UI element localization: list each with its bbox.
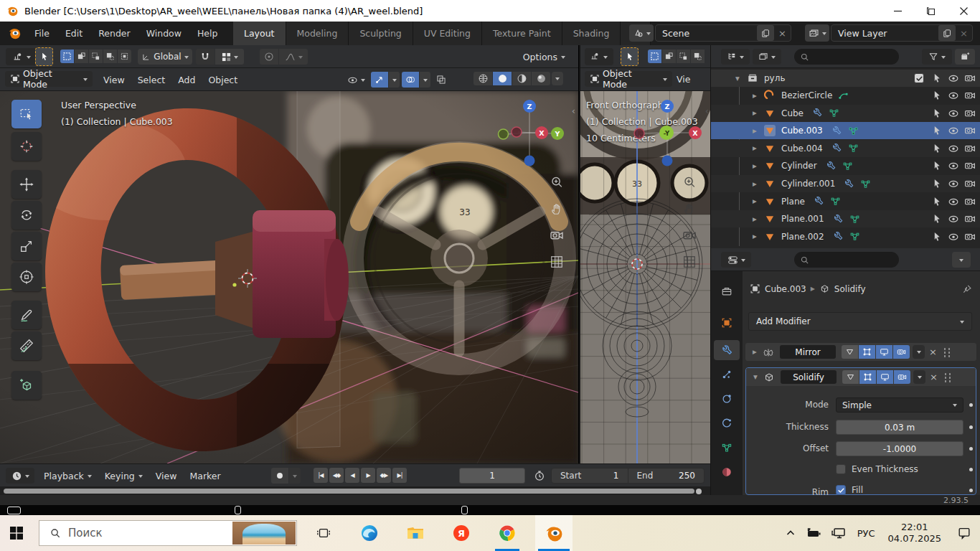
axis-neg-z-ball[interactable] xyxy=(662,156,673,166)
zoom-control[interactable] xyxy=(680,173,699,192)
show-gizmo-toggle[interactable] xyxy=(371,72,388,88)
mode-dropdown[interactable]: Object Mode xyxy=(5,71,93,87)
menu-marker[interactable]: Marker xyxy=(183,465,227,486)
pin-icon[interactable] xyxy=(962,284,972,294)
offset-field[interactable]: -1.0000 xyxy=(836,441,963,456)
axis-neg-x-ball[interactable] xyxy=(634,128,644,138)
scrollbar-knob[interactable] xyxy=(696,489,702,494)
expand-arrow-icon[interactable]: ▶ xyxy=(753,110,761,116)
toggle-realtime[interactable] xyxy=(877,370,893,384)
auto-keying-toggle[interactable] xyxy=(271,468,288,484)
properties-options-dropdown[interactable] xyxy=(952,252,971,268)
jump-to-start-button[interactable]: |◀ xyxy=(314,468,328,483)
mode-dropdown[interactable]: Simple xyxy=(836,397,963,413)
menu-keying[interactable]: Keying xyxy=(98,465,149,486)
render-toggle-icon[interactable] xyxy=(964,213,976,225)
axis-neg-x-ball[interactable] xyxy=(512,127,522,137)
taskbar-yandex[interactable]: Я xyxy=(445,515,478,551)
selectable-toggle-icon[interactable] xyxy=(931,160,943,171)
animate-dot[interactable] xyxy=(969,468,973,471)
tab-object[interactable] xyxy=(714,313,740,333)
tool-transform[interactable] xyxy=(11,263,42,291)
shading-material-button[interactable] xyxy=(512,72,531,85)
thickness-field[interactable]: 0.03 m xyxy=(836,420,963,435)
render-toggle-icon[interactable] xyxy=(964,160,976,171)
breadcrumb-object[interactable]: Cube.003 xyxy=(765,284,806,294)
outliner-item-Plane[interactable]: ▶ Plane xyxy=(711,193,980,210)
jump-to-end-button[interactable]: ▶| xyxy=(392,468,407,483)
outliner-item-Cylinder.001[interactable]: ▶ Cylinder.001 xyxy=(711,175,980,192)
search-daily-image[interactable] xyxy=(232,522,296,545)
tool-scale[interactable] xyxy=(11,232,42,260)
toggle-render[interactable] xyxy=(893,345,910,359)
object-name[interactable]: Cube.003 xyxy=(781,126,823,136)
modifier-delete-button[interactable]: × xyxy=(930,372,938,382)
modifier-solidify-header[interactable]: ▼ Solidify × xyxy=(746,368,976,386)
outliner-item-Cube.003[interactable]: ▶ Cube.003 xyxy=(711,122,980,139)
view-layer-name-field[interactable]: View Layer × xyxy=(831,24,973,42)
tab-layout[interactable]: Layout xyxy=(233,22,286,45)
tab-shading[interactable]: Shading xyxy=(562,22,621,45)
menu-add[interactable]: Add xyxy=(171,69,202,90)
tab-particles[interactable] xyxy=(714,364,740,385)
taskbar-blender-active[interactable] xyxy=(535,515,573,551)
menu-select[interactable]: Select xyxy=(131,69,172,90)
breadcrumb-modifier[interactable]: Solidify xyxy=(834,284,866,294)
gizmo-dropdown[interactable] xyxy=(389,72,400,88)
toggle-render[interactable] xyxy=(894,370,910,384)
pan-control[interactable] xyxy=(547,199,566,218)
start-frame-field[interactable]: Start 1 xyxy=(552,471,628,481)
taskbar-peek-icon[interactable] xyxy=(235,506,241,514)
hide-toggle-icon[interactable] xyxy=(948,196,959,207)
timeline-scrollbar[interactable] xyxy=(4,489,694,494)
active-tool-dropdown[interactable] xyxy=(585,48,613,65)
blender-logo-icon[interactable] xyxy=(8,27,22,40)
drag-handle-icon[interactable] xyxy=(943,372,952,382)
object-name[interactable]: Plane.001 xyxy=(781,214,824,224)
shading-rendered-button[interactable] xyxy=(532,72,550,85)
search-box[interactable]: Поиск xyxy=(39,520,297,546)
selectable-toggle-icon[interactable] xyxy=(931,231,943,242)
modifier-mirror-header[interactable]: ▶ Mirror × xyxy=(745,343,976,361)
mode-dropdown[interactable]: Object Mode xyxy=(585,71,672,87)
tray-language[interactable]: РУС xyxy=(852,528,881,539)
tab-modifiers[interactable] xyxy=(714,340,740,360)
axis-neg-y-ball[interactable] xyxy=(499,129,509,139)
minimize-button[interactable] xyxy=(881,0,914,22)
select-mode-subtract[interactable] xyxy=(89,50,103,63)
filter-type-dropdown[interactable] xyxy=(753,49,781,65)
select-mode-set[interactable] xyxy=(60,50,74,63)
play-forward-button[interactable]: ▶ xyxy=(361,468,375,483)
hide-toggle-icon[interactable] xyxy=(948,231,959,242)
modifier-delete-button[interactable]: × xyxy=(929,347,937,357)
taskbar-chrome[interactable] xyxy=(491,515,524,551)
expand-arrow-icon[interactable]: ▶ xyxy=(753,198,761,204)
scene-unlink-button[interactable]: × xyxy=(774,28,791,39)
axis-neg-z-ball[interactable] xyxy=(524,156,535,166)
show-overlays-toggle[interactable] xyxy=(402,72,419,88)
animate-dot[interactable] xyxy=(969,447,973,451)
object-name[interactable]: Plane.002 xyxy=(781,232,824,242)
outliner-item-Plane.002[interactable]: ▶ Plane.002 xyxy=(711,228,980,245)
expand-arrow-icon[interactable]: ▶ xyxy=(753,181,761,187)
hide-toggle-icon[interactable] xyxy=(948,125,959,136)
select-mode-extend[interactable] xyxy=(75,50,88,63)
collection-name[interactable]: руль xyxy=(764,73,785,83)
tab-material[interactable] xyxy=(714,462,740,482)
collection-checkbox[interactable] xyxy=(914,73,924,83)
menu-window[interactable]: Window xyxy=(138,22,189,45)
toggle-realtime[interactable] xyxy=(876,345,892,359)
navigation-gizmo[interactable]: Z X -Y xyxy=(632,99,704,171)
tray-expand-button[interactable] xyxy=(780,515,801,551)
render-toggle-icon[interactable] xyxy=(964,125,976,136)
object-visibility-dropdown[interactable] xyxy=(343,72,369,88)
expand-arrow-icon[interactable]: ▶ xyxy=(753,349,761,355)
taskbar-peek-icon[interactable] xyxy=(461,506,468,514)
outliner-search-input[interactable] xyxy=(794,49,899,65)
selectable-toggle-icon[interactable] xyxy=(931,196,943,207)
start-button[interactable] xyxy=(0,515,33,551)
menu-object[interactable]: Object xyxy=(202,69,244,90)
active-tool-button[interactable] xyxy=(35,47,53,66)
hide-toggle-icon[interactable] xyxy=(948,143,959,154)
expand-arrow-icon[interactable]: ▶ xyxy=(753,163,761,169)
